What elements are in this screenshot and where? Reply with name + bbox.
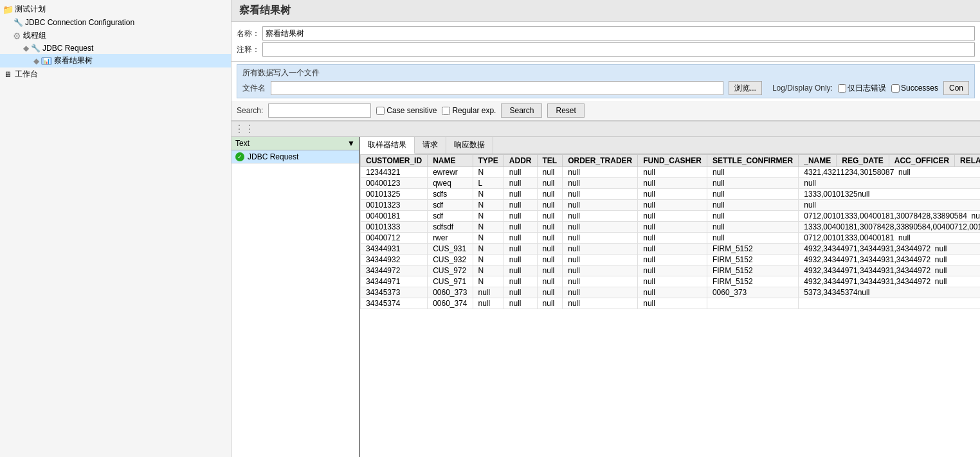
tab-request[interactable]: 请求 [415, 137, 446, 154]
td-type: N [473, 189, 504, 200]
th-addr: ADDR [504, 155, 537, 167]
td-settle: null [707, 189, 798, 200]
th-reg-date: REG_DATE [837, 155, 889, 167]
sidebar-item-workbench[interactable]: 🖥 工作台 [0, 67, 231, 81]
td-addr: null [504, 276, 537, 287]
td-tel: null [537, 211, 563, 222]
dropdown-icon[interactable]: ▼ [347, 139, 355, 148]
sidebar-item-jdbc-request[interactable]: ◆ 🔧 JDBC Request [0, 42, 231, 54]
td-tel: null [537, 255, 563, 265]
sidebar-item-label: JDBC Connection Configuration [25, 18, 134, 27]
td-tel: null [537, 178, 563, 189]
td-extra: 0712,00101333,00400181 null [799, 233, 980, 244]
td-id: 00101325 [361, 189, 428, 200]
search-label: Search: [237, 106, 263, 115]
td-settle: FIRM_5152 [707, 265, 798, 276]
td-tel: null [537, 298, 563, 309]
file-input[interactable] [271, 81, 723, 95]
table-row: 12344321 ewrewr N null null null null nu… [361, 167, 981, 178]
errors-only-checkbox[interactable] [838, 84, 846, 93]
td-name: sdf [428, 211, 473, 222]
td-type: null [473, 287, 504, 298]
td-settle: FIRM_5152 [707, 276, 798, 287]
comment-input[interactable] [262, 42, 975, 57]
search-input[interactable] [268, 103, 371, 118]
td-settle: null [707, 211, 798, 222]
label-icon: 📊 [41, 57, 52, 65]
td-extra: 4932,34344971,34344931,34344972 null [799, 265, 980, 276]
file-row: 文件名 浏览... Log/Display Only: 仅日志错误 Succes… [242, 81, 969, 95]
td-fund: null [638, 265, 707, 276]
name-label: 名称： [237, 28, 262, 39]
errors-only-label: 仅日志错误 [848, 83, 886, 94]
wrench-icon: 🔧 [13, 17, 23, 28]
browse-button[interactable]: 浏览... [729, 81, 762, 95]
successes-label: Successes [901, 84, 938, 93]
comment-label: 注释： [237, 44, 262, 55]
td-tel: null [537, 276, 563, 287]
successes-checkbox[interactable] [891, 84, 900, 93]
td-settle: null [707, 178, 798, 189]
td-extra: 5373,34345374null [799, 287, 980, 298]
file-section-title: 所有数据写入一个文件 [242, 67, 969, 78]
td-fund: null [638, 276, 707, 287]
td-extra: null [799, 178, 980, 189]
tab-sampler-result[interactable]: 取样器结果 [360, 137, 415, 154]
sidebar-item-test-plan[interactable]: 📁 测试计划 [0, 3, 231, 16]
result-item-jdbc[interactable]: JDBC Request [231, 150, 359, 164]
sidebar-item-label: 线程组 [23, 30, 46, 41]
success-icon [235, 152, 244, 161]
td-extra: null [799, 200, 980, 211]
td-order: null [563, 211, 638, 222]
diamond-icon: ◆ [23, 44, 29, 53]
td-name: CUS_971 [428, 276, 473, 287]
td-order: null [563, 222, 638, 233]
td-name: CUS_932 [428, 255, 473, 265]
left-pane-content: JDBC Request [231, 150, 359, 457]
td-name: qweq [428, 178, 473, 189]
case-sensitive-text: Case sensitive [386, 106, 437, 115]
results-area: ⋮⋮ Text ▼ JDBC Request [231, 121, 980, 457]
reset-button[interactable]: Reset [547, 103, 584, 118]
td-type: N [473, 255, 504, 265]
td-fund: null [638, 211, 707, 222]
sidebar-item-result-tree[interactable]: ◆ 📊 察看结果树 [0, 54, 231, 67]
table-row: 34345373 0060_373 null null null null nu… [361, 287, 981, 298]
td-addr: null [504, 233, 537, 244]
td-id: 00101323 [361, 200, 428, 211]
file-section: 所有数据写入一个文件 文件名 浏览... Log/Display Only: 仅… [237, 64, 975, 98]
case-sensitive-checkbox[interactable] [376, 107, 385, 115]
drag-handle[interactable]: ⋮⋮ [234, 123, 255, 135]
search-button[interactable]: Search [501, 103, 542, 118]
th-fund-casher: FUND_CASHER [638, 155, 707, 167]
sidebar-item-thread-group[interactable]: ⚙ 线程组 [0, 29, 231, 42]
td-order: null [563, 287, 638, 298]
td-id: 00101333 [361, 222, 428, 233]
data-table-container: CUSTOMER_ID NAME TYPE ADDR TEL ORDER_TRA… [360, 154, 980, 457]
td-settle: null [707, 167, 798, 178]
td-tel: null [537, 233, 563, 244]
td-order: null [563, 200, 638, 211]
td-id: 34345373 [361, 287, 428, 298]
td-settle: FIRM_5152 [707, 244, 798, 255]
tab-bar: 取样器结果 请求 响应数据 [360, 137, 980, 154]
table-header-row: CUSTOMER_ID NAME TYPE ADDR TEL ORDER_TRA… [361, 155, 981, 167]
sidebar-item-jdbc-config[interactable]: 🔧 JDBC Connection Configuration [0, 16, 231, 29]
td-name: 0060_374 [428, 298, 473, 309]
table-row: 34344972 CUS_972 N null null null null F… [361, 265, 981, 276]
folder-icon: 📁 [3, 4, 13, 15]
name-input[interactable] [262, 26, 975, 40]
regular-exp-text: Regular exp. [452, 106, 496, 115]
td-fund: null [638, 287, 707, 298]
sidebar-item-label: JDBC Request [42, 44, 93, 53]
td-tel: null [537, 167, 563, 178]
regular-exp-checkbox[interactable] [442, 107, 450, 115]
td-tel: null [537, 222, 563, 233]
td-order: null [563, 255, 638, 265]
configure-button[interactable]: Con [943, 81, 969, 95]
td-type: N [473, 167, 504, 178]
split-pane: Text ▼ JDBC Request 取样器结果 请求 响应数据 [231, 137, 980, 457]
tab-response-data[interactable]: 响应数据 [446, 137, 493, 154]
td-extra: 1333,00101325null [799, 189, 980, 200]
file-label: 文件名 [242, 83, 266, 94]
